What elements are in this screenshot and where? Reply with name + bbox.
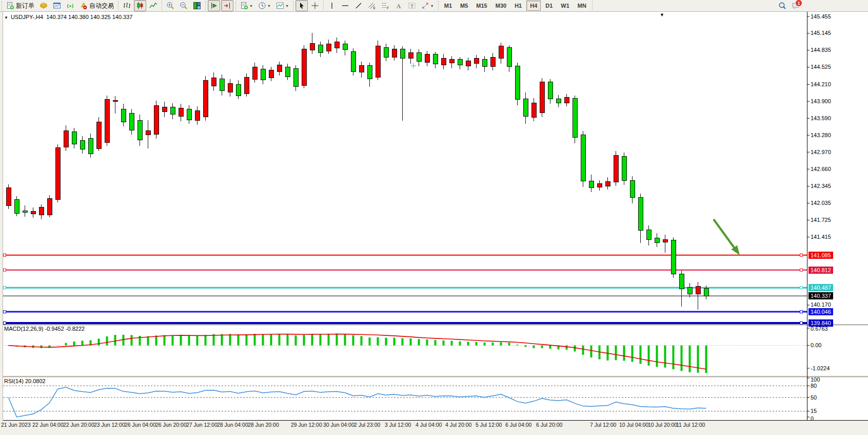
periods-icon [258, 2, 266, 10]
toolbar-button-horizontal-line[interactable] [339, 0, 351, 11]
toolbar-button-market-watch[interactable] [37, 0, 50, 11]
toolbar-button-new-order[interactable]: 新订单 [4, 0, 36, 11]
rsi-axis-tick: 15 [811, 408, 817, 414]
price-tick: 142.035 [811, 200, 831, 206]
price-tick: 141.725 [811, 217, 831, 223]
price-level-tag: 140.046 [808, 308, 833, 315]
time-label: 26 Jun 20:00 [155, 422, 187, 428]
toolbar: 新订单自动交易▼▼▼EFAT▼M1M5M15M30H1H4D1W1MN1 [0, 0, 868, 12]
text-label-icon: T [408, 2, 416, 10]
chart-title: ▼USDJPY-,H4 140.374 140.380 140.325 140.… [4, 14, 132, 20]
notifications-icon: 1 [792, 2, 800, 10]
toolbar-button-tf-h4[interactable]: H4 [526, 1, 541, 11]
price-tick: 143.280 [811, 132, 831, 138]
signals-icon [66, 2, 74, 10]
price-level-tag: 139.840 [808, 319, 833, 327]
toolbar-separator [323, 1, 324, 10]
price-tick: 145.145 [811, 30, 831, 36]
window-left-edge [0, 12, 3, 435]
time-label: 23 Jun 12:00 [94, 422, 125, 428]
toolbar-button-templates[interactable]: ▼ [274, 0, 291, 11]
templates-dropdown-icon[interactable]: ▼ [285, 4, 289, 8]
toolbar-button-tf-m5[interactable]: M5 [457, 1, 471, 11]
toolbar-button-bar-chart[interactable] [121, 0, 133, 11]
toolbar-button-chart-shift[interactable] [221, 0, 233, 11]
toolbar-button-tile-windows[interactable] [191, 0, 203, 11]
toolbar-button-periods[interactable]: ▼ [256, 0, 273, 11]
toolbar-button-vertical-line[interactable] [326, 0, 338, 11]
toolbar-button-arrows[interactable]: ▼ [419, 0, 436, 11]
toolbar-button-autotrading[interactable]: 自动交易 [77, 0, 116, 11]
toolbar-button-zoom-out[interactable] [177, 0, 190, 11]
toolbar-button-cursor[interactable] [295, 0, 308, 11]
data-window-icon [53, 2, 61, 10]
chart-window: ▼USDJPY-,H4 140.374 140.380 140.325 140.… [0, 12, 868, 435]
toolbar-button-tf-w1[interactable]: W1 [557, 1, 573, 11]
macd-axis-tick: 0.00 [811, 342, 821, 348]
toolbar-button-zoom-in[interactable] [164, 0, 176, 11]
toolbar-button-auto-scroll[interactable] [208, 0, 220, 11]
chart-shift-icon [223, 2, 231, 10]
time-label: 10 Jul 20:00 [648, 422, 677, 428]
rsi-axis-tick: 50 [811, 394, 817, 401]
auto-scroll-icon [210, 2, 218, 10]
arrows-icon [421, 2, 429, 10]
rsi-axis-tick: 80 [811, 383, 817, 389]
toolbar-button-tf-m1[interactable]: M1 [441, 1, 456, 11]
toolbar-button-data-window[interactable] [51, 0, 63, 11]
toolbar-button-tf-h1[interactable]: H1 [511, 1, 525, 11]
toolbar-button-tf-m30[interactable]: M30 [492, 1, 510, 11]
price-tick: 143.590 [811, 115, 831, 121]
ohlc-quote-label: 140.374 140.380 140.325 140.337 [46, 14, 132, 20]
time-label: 22 Jun 04:00 [32, 422, 64, 428]
toolbar-button-tf-mn[interactable]: MN [574, 1, 590, 11]
toolbar-separator [438, 1, 439, 10]
toolbar-button-tf-d1[interactable]: D1 [542, 1, 556, 11]
zoom-in-icon [166, 2, 174, 10]
price-tick: 143.900 [811, 98, 831, 104]
toolbar-button-candlestick[interactable] [134, 0, 146, 11]
toolbar-button-indicators[interactable]: ▼ [238, 0, 255, 11]
time-label: 21 Jun 2023 [1, 422, 31, 428]
current-price-tag: 140.337 [808, 292, 833, 299]
collapse-triangle-icon[interactable]: ▼ [4, 15, 8, 20]
toolbar-separator [235, 1, 236, 10]
toolbar-button-notifications[interactable]: 1 [790, 0, 802, 11]
svg-text:F: F [387, 6, 389, 10]
price-tick: 144.835 [811, 47, 831, 53]
toolbar-separator [118, 1, 119, 10]
indicators-dropdown-icon[interactable]: ▼ [249, 4, 253, 8]
rsi-label: RSI(14) 20.0802 [4, 378, 46, 384]
toolbar-button-text-label[interactable]: T [406, 0, 418, 11]
toolbar-button-search[interactable] [776, 0, 788, 11]
toolbar-button-signals[interactable] [64, 0, 76, 11]
price-tick: 144.210 [811, 81, 831, 87]
periods-dropdown-icon[interactable]: ▼ [267, 4, 271, 8]
price-tick: 140.170 [811, 301, 831, 308]
price-tick: 142.660 [811, 166, 831, 172]
application-window: 新订单自动交易▼▼▼EFAT▼M1M5M15M30H1H4D1W1MN1 ▼US… [0, 0, 868, 435]
chart-canvas[interactable] [0, 12, 868, 435]
svg-text:A: A [396, 3, 401, 10]
toolbar-button-crosshair[interactable] [309, 0, 321, 11]
arrows-dropdown-icon[interactable]: ▼ [430, 4, 434, 8]
price-level-tag: 141.085 [808, 252, 833, 259]
toolbar-button-trendline[interactable] [352, 0, 365, 11]
time-label: 28 Jun 20:00 [248, 422, 279, 428]
line-chart-icon [149, 2, 157, 10]
time-label: 10 Jul 04:00 [619, 422, 648, 428]
time-label: 7 Jul 12:00 [590, 422, 616, 428]
toolbar-button-line-chart[interactable] [147, 0, 160, 11]
tile-windows-icon [193, 2, 201, 10]
price-level-tag: 140.487 [808, 284, 833, 291]
time-label: 4 Jul 20:00 [445, 422, 471, 428]
time-label: 6 Jul 04:00 [505, 422, 531, 428]
time-label: 30 Jun 04:00 [323, 422, 354, 428]
toolbar-button-tf-m15[interactable]: M15 [472, 1, 490, 11]
chart-shift-marker[interactable]: ▼ [660, 12, 664, 17]
toolbar-button-equidistant-channel[interactable]: E [366, 0, 378, 11]
search-icon [778, 2, 786, 10]
toolbar-separator [205, 1, 206, 10]
toolbar-button-fibonacci[interactable]: F [379, 0, 391, 11]
toolbar-button-text[interactable]: A [392, 0, 405, 11]
